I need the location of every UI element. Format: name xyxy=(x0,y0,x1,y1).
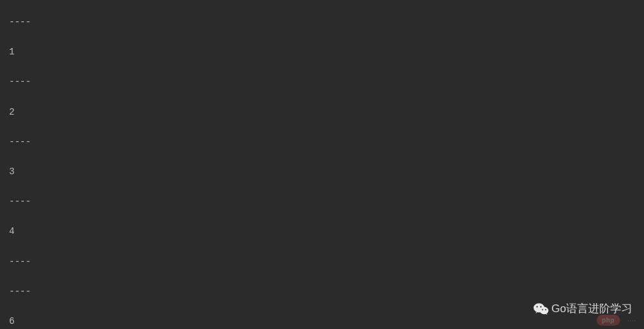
output-line: ---- xyxy=(9,255,635,269)
php-watermark-sub: ···· xyxy=(628,318,636,324)
output-line: 3 xyxy=(9,164,635,179)
console-output: ---- 1 ---- 2 ---- 3 ---- 4 ---- ---- 6 … xyxy=(0,0,644,329)
svg-point-3 xyxy=(540,306,542,307)
svg-point-2 xyxy=(536,306,538,307)
output-line: ---- xyxy=(9,15,635,30)
output-line: 6 xyxy=(9,314,635,329)
output-line: ---- xyxy=(9,284,635,299)
wechat-badge: Go语言进阶学习 xyxy=(533,301,632,316)
output-line: ---- xyxy=(9,74,635,89)
php-watermark: php ···· xyxy=(597,315,636,325)
svg-point-5 xyxy=(545,309,547,310)
wechat-icon xyxy=(533,302,549,315)
wechat-badge-text: Go语言进阶学习 xyxy=(551,301,632,316)
output-line: 4 xyxy=(9,224,635,239)
php-pill: php xyxy=(597,315,620,326)
svg-point-1 xyxy=(540,306,549,314)
output-line: ---- xyxy=(9,194,635,209)
svg-point-4 xyxy=(542,309,543,310)
output-line: 1 xyxy=(9,45,635,60)
output-line: ---- xyxy=(9,135,635,150)
output-line: 2 xyxy=(9,105,635,120)
